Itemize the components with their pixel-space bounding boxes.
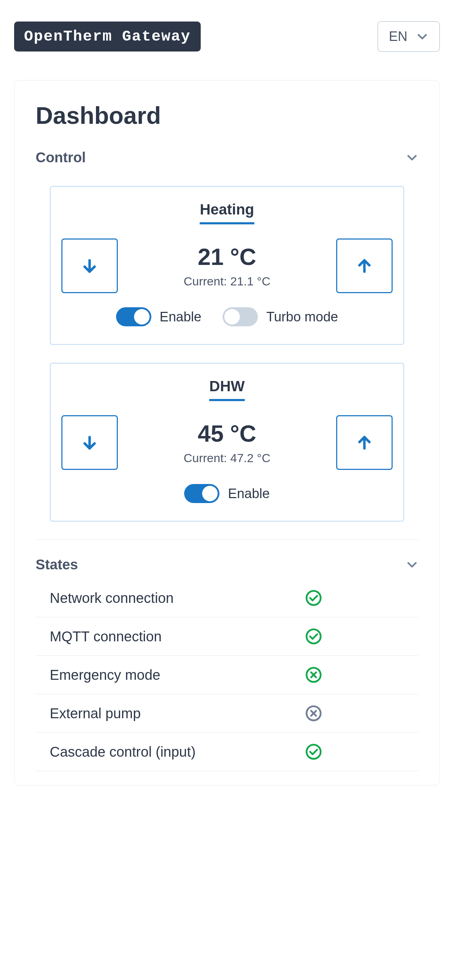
dhw-current: Current: 47.2 °C (118, 451, 336, 465)
heating-increase-button[interactable] (336, 239, 393, 293)
state-label: Network connection (50, 590, 305, 606)
dhw-title: DHW (209, 378, 244, 401)
state-label: MQTT connection (50, 628, 305, 644)
section-control-header[interactable]: Control (36, 143, 418, 172)
heating-enable-label: Enable (160, 309, 201, 325)
arrow-up-icon (356, 258, 373, 274)
divider (36, 539, 418, 540)
language-label: EN (389, 29, 408, 44)
heating-enable-toggle[interactable] (116, 307, 151, 326)
chevron-down-icon (406, 558, 418, 571)
check-circle-icon (305, 589, 322, 606)
heating-card: Heating 21 °C Current: 21.1 °C Enable Tu… (50, 186, 404, 345)
dashboard-card: Dashboard Control Heating 21 °C Current:… (14, 80, 440, 786)
dhw-setpoint: 45 °C (118, 420, 336, 447)
section-control-title: Control (36, 150, 86, 165)
state-row: External pump (36, 694, 418, 733)
arrow-down-icon (81, 258, 98, 274)
state-row: Emergency mode (36, 656, 418, 694)
arrow-up-icon (356, 434, 373, 451)
state-row: Network connection (36, 579, 418, 617)
heating-turbo-toggle[interactable] (223, 307, 258, 326)
state-row: MQTT connection (36, 617, 418, 656)
heating-turbo-label: Turbo mode (266, 309, 338, 325)
chevron-down-icon (416, 30, 429, 43)
x-circle-icon (305, 705, 322, 722)
language-selector[interactable]: EN (378, 21, 440, 52)
state-label: Cascade control (input) (50, 744, 305, 760)
chevron-down-icon (406, 151, 418, 164)
arrow-down-icon (81, 434, 98, 451)
heating-decrease-button[interactable] (61, 239, 118, 293)
heating-setpoint: 21 °C (118, 243, 336, 270)
dhw-increase-button[interactable] (336, 415, 393, 470)
check-circle-icon (305, 628, 322, 645)
dhw-enable-toggle[interactable] (184, 484, 220, 503)
heating-current: Current: 21.1 °C (118, 274, 336, 288)
section-states-title: States (36, 557, 78, 573)
page-title: Dashboard (36, 102, 418, 129)
brand-badge: OpenTherm Gateway (14, 22, 201, 51)
x-circle-icon (305, 667, 322, 683)
dhw-enable-label: Enable (228, 486, 269, 501)
section-states-header[interactable]: States (36, 550, 418, 579)
states-list: Network connectionMQTT connectionEmergen… (36, 579, 418, 771)
state-label: External pump (50, 706, 305, 721)
dhw-card: DHW 45 °C Current: 47.2 °C Enable (50, 363, 404, 522)
dhw-decrease-button[interactable] (61, 415, 118, 470)
heating-title: Heating (200, 201, 254, 224)
state-label: Emergency mode (50, 667, 305, 683)
state-row: Cascade control (input) (36, 733, 418, 771)
check-circle-icon (305, 743, 322, 760)
